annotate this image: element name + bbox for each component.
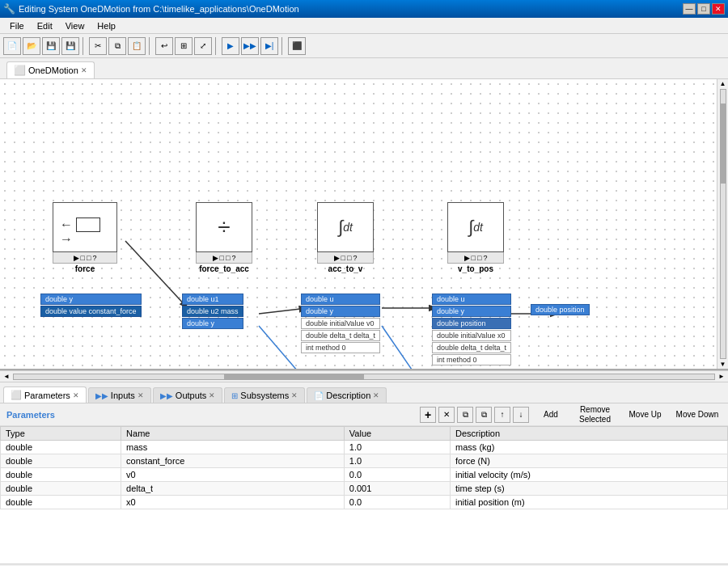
title-text: Editing System OneDMotion from C:\timeli… (19, 4, 299, 14)
table-row[interactable]: doublex00.0initial position (m) (1, 496, 728, 509)
panel-tab-subsystems[interactable]: ⊞ Subsystems ✕ (224, 387, 305, 403)
subsystems-tab-close[interactable]: ✕ (291, 391, 298, 399)
inputs-tab-close[interactable]: ✕ (138, 391, 144, 399)
close-button[interactable]: ✕ (712, 3, 725, 15)
table-row[interactable]: doublemass1.0mass (kg) (1, 441, 728, 454)
move-down-button[interactable]: ↓ (513, 407, 529, 423)
move-down-label[interactable]: Move Down (673, 410, 722, 419)
port-int1-y: double y (301, 306, 380, 317)
block-int1-tb-icon3: □ (347, 254, 351, 262)
port-int2-method: int method 0 (432, 354, 511, 365)
block-acc-to-v[interactable]: ∫dt ▶ □ □ ? acc_to_v (317, 202, 374, 274)
canvas-area[interactable]: ← → ▶ □ □ ? force ÷ ▶ □ □ ? force_to_acc… (0, 79, 728, 370)
port-int2-iv: double initialValue x0 (432, 330, 511, 341)
stop-button[interactable]: ⬛ (288, 37, 306, 55)
panel-tab-outputs[interactable]: ▶▶ Outputs ✕ (153, 387, 223, 403)
table-cell-description: mass (kg) (451, 441, 728, 454)
params-tab-label: Parameters (24, 391, 70, 400)
panel-tab-bar: ⬜ Parameters ✕ ▶▶ Inputs ✕ ▶▶ Outputs ✕ … (0, 382, 728, 403)
table-row[interactable]: doublev00.0initial velocity (m/s) (1, 468, 728, 482)
canvas-vscroll[interactable]: ▲ ▼ (717, 79, 728, 369)
block-force[interactable]: ← → ▶ □ □ ? force (53, 202, 117, 274)
menu-help[interactable]: Help (91, 19, 122, 32)
run2-button[interactable]: ▶▶ (241, 37, 259, 55)
col-description: Description (451, 427, 728, 441)
delete-param-button[interactable]: ✕ (438, 407, 455, 423)
expand-button[interactable]: ⤢ (194, 37, 212, 55)
block-force-tb-icon2: □ (81, 254, 85, 262)
title-bar-left: 🔧 Editing System OneDMotion from C:\time… (3, 3, 299, 15)
block-v-to-pos[interactable]: ∫dt ▶ □ □ ? v_to_pos (447, 202, 504, 274)
table-cell-value: 0.0 (344, 496, 450, 509)
toolbar-sep2 (149, 37, 152, 55)
table-row[interactable]: doubleconstant_force1.0force (N) (1, 454, 728, 468)
run-button[interactable]: ▶ (222, 37, 239, 55)
add-label[interactable]: Add (535, 410, 567, 419)
canvas-tab-onedmotion[interactable]: ⬜ OneDMotion ✕ (6, 61, 95, 78)
hscroll-left[interactable]: ◄ (2, 373, 11, 380)
paste-param-button[interactable]: ⧉ (476, 407, 492, 423)
block-div-tb-icon2: □ (220, 254, 224, 262)
table-row[interactable]: doubledelta_t0.001time step (s) (1, 482, 728, 496)
maximize-button[interactable]: □ (697, 3, 710, 15)
grid-button[interactable]: ⊞ (175, 37, 193, 55)
block-int2-tb-icon1: ▶ (464, 254, 470, 262)
bottom-panel: ⬜ Parameters ✕ ▶▶ Inputs ✕ ▶▶ Outputs ✕ … (0, 382, 728, 564)
params-tab-close[interactable]: ✕ (73, 391, 79, 399)
save-as-button[interactable]: 💾 (61, 37, 79, 55)
inputs-tab-label: Inputs (111, 391, 135, 400)
table-cell-value: 0.001 (344, 482, 450, 496)
move-up-label[interactable]: Move Up (623, 410, 667, 419)
block-force-to-acc[interactable]: ÷ ▶ □ □ ? force_to_acc (196, 202, 252, 274)
undo-button[interactable]: ↩ (155, 37, 173, 55)
description-tab-label: Description (326, 391, 370, 400)
save-button[interactable]: 💾 (42, 37, 60, 55)
minimize-button[interactable]: — (683, 3, 696, 15)
app-icon: 🔧 (3, 3, 15, 15)
outputs-tab-close[interactable]: ✕ (209, 391, 215, 399)
hscroll-thumb[interactable] (224, 374, 364, 379)
toolbar: 📄 📂 💾 💾 ✂ ⧉ 📋 ↩ ⊞ ⤢ ▶ ▶▶ ▶| ⬛ (0, 34, 728, 58)
new-button[interactable]: 📄 (3, 37, 21, 55)
move-up-button[interactable]: ↑ (494, 407, 510, 423)
cut-button[interactable]: ✂ (89, 37, 107, 55)
port-int1-dt: double delta_t delta_t (301, 330, 380, 341)
table-cell-value: 1.0 (344, 441, 450, 454)
block-div-tb-icon1: ▶ (213, 254, 218, 262)
table-cell-name: mass (121, 441, 345, 454)
copy-button[interactable]: ⧉ (108, 37, 126, 55)
add-param-button[interactable]: + (420, 407, 436, 423)
paste-button[interactable]: 📋 (128, 37, 146, 55)
canvas-tab-close[interactable]: ✕ (81, 66, 87, 74)
canvas-tab-label: OneDMotion (28, 65, 78, 75)
remove-selected-button[interactable]: Remove Selected (573, 405, 617, 424)
menu-view[interactable]: View (59, 19, 91, 32)
block-int2-tb-icon3: □ (477, 254, 481, 262)
inputs-tab-icon: ▶▶ (95, 391, 108, 400)
panel-tab-description[interactable]: 📄 Description ✕ (307, 387, 387, 403)
step-button[interactable]: ▶| (260, 37, 278, 55)
panel-tab-parameters[interactable]: ⬜ Parameters ✕ (3, 386, 87, 403)
table-cell-type: double (1, 482, 121, 496)
table-cell-value: 1.0 (344, 454, 450, 468)
table-cell-name: delta_t (121, 482, 345, 496)
block-force-tb-icon3: □ (87, 254, 91, 262)
hscroll-track[interactable] (13, 374, 715, 380)
canvas-hscroll[interactable]: ◄ ► (0, 370, 728, 382)
open-button[interactable]: 📂 (23, 37, 40, 55)
menu-edit[interactable]: Edit (31, 19, 59, 32)
block-force-tb-icon1: ▶ (74, 254, 79, 262)
panel-tab-inputs[interactable]: ▶▶ Inputs ✕ (88, 387, 151, 403)
panel-tools: + ✕ ⧉ ⧉ ↑ ↓ Add Remove Selected Move Up … (420, 405, 722, 424)
copy-param-button[interactable]: ⧉ (457, 407, 473, 423)
toolbar-sep4 (281, 37, 285, 55)
port-int2-y: double y (432, 306, 511, 317)
table-cell-type: double (1, 441, 121, 454)
int1-ports: double u double y double initialValue v0… (301, 294, 380, 353)
outputs-tab-label: Outputs (176, 391, 207, 400)
port-int1-method: int method 0 (301, 342, 380, 353)
menu-file[interactable]: File (3, 19, 31, 32)
canvas-tab-bar: ⬜ OneDMotion ✕ (0, 58, 728, 79)
hscroll-right[interactable]: ► (717, 373, 726, 380)
description-tab-close[interactable]: ✕ (373, 391, 379, 399)
